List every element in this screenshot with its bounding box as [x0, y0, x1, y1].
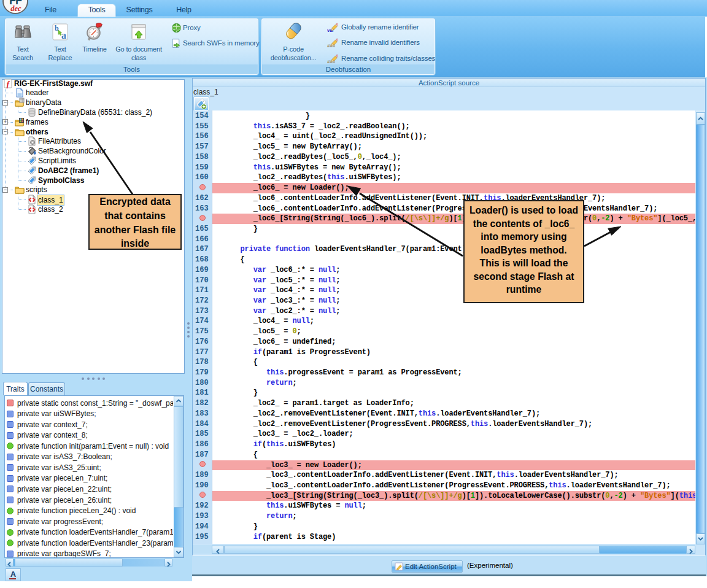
svg-text:dec: dec: [10, 4, 21, 13]
svg-text:a: a: [61, 30, 66, 41]
